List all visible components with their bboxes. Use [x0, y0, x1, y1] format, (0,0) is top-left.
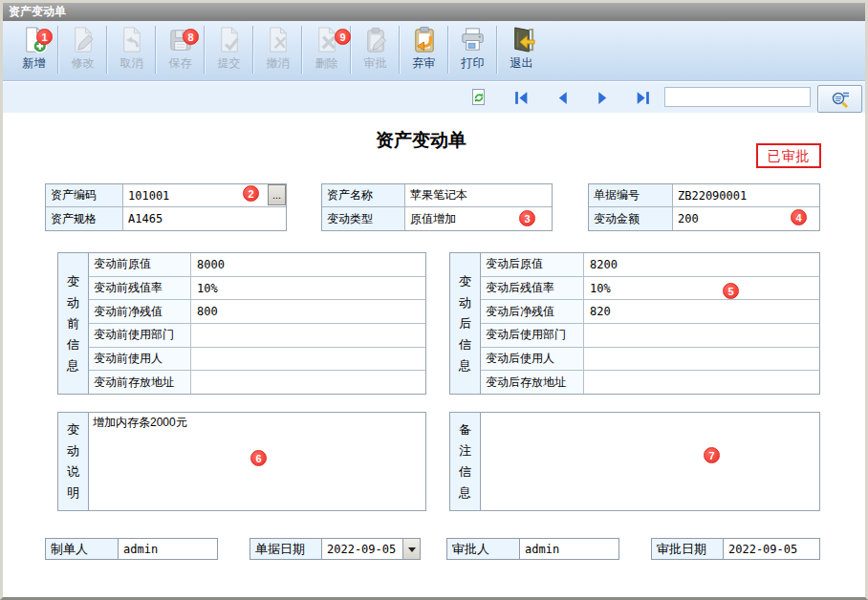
- toolbar-button-label: 提交: [218, 55, 241, 72]
- annotation-badge-2: 2: [243, 185, 259, 202]
- asset-name-field[interactable]: 苹果笔记本: [405, 184, 552, 206]
- toolbar-button-submit[interactable]: 提交: [206, 23, 252, 78]
- doc-no-field[interactable]: ZB22090001: [673, 184, 819, 206]
- record-search-input[interactable]: [665, 89, 817, 105]
- doc-date-value: 2022-09-05: [327, 543, 396, 556]
- before-location-field[interactable]: [191, 371, 425, 394]
- change-amount-label: 变动金额: [589, 207, 673, 230]
- asset-code-browse-button[interactable]: ...: [268, 184, 286, 205]
- toolbar-button-approve[interactable]: 审批: [352, 23, 399, 78]
- toolbar-button-label: 退出: [510, 55, 533, 72]
- table-row: 变动前残值率 10%: [89, 277, 425, 301]
- after-department-field[interactable]: [584, 324, 819, 347]
- toolbar-button-label: 打印: [462, 55, 485, 72]
- toolbar-button-edit[interactable]: 修改: [59, 23, 106, 78]
- before-user-field[interactable]: [191, 348, 425, 371]
- toolbar-button-label: 保存: [169, 55, 192, 72]
- doc-date-dropdown-button[interactable]: [402, 539, 420, 559]
- doc-date-field[interactable]: 2022-09-05: [321, 538, 421, 560]
- toolbar-button-cancel[interactable]: 取消: [108, 23, 155, 78]
- annotation-badge-5: 5: [723, 283, 739, 299]
- approve-date-label: 审批日期: [651, 538, 724, 560]
- before-original-value-field[interactable]: 8000: [191, 253, 425, 276]
- table-row: 变动后使用人: [481, 348, 819, 372]
- remarks-group-label: 备注信息: [450, 413, 481, 510]
- doc-no-group: 单据编号 ZB22090001 变动金额 200: [588, 183, 820, 231]
- asset-spec-value: A1465: [128, 212, 163, 225]
- annotation-badge-8: 8: [183, 29, 199, 45]
- search-button[interactable]: [817, 85, 862, 113]
- toolbar-button-print[interactable]: 打印: [449, 23, 496, 78]
- unapprove-icon: [409, 25, 439, 54]
- creator-label: 制单人: [45, 538, 119, 560]
- toolbar-button-label: 撤消: [267, 55, 290, 72]
- record-search-combobox[interactable]: [664, 87, 811, 107]
- after-change-panel: 变动后信息 变动后原值 8200 变动后残值率 10% 变动后净残值 820 变…: [449, 252, 820, 395]
- toolbar-button-label: 删除: [315, 55, 338, 72]
- toolbar-button-label: 取消: [120, 55, 143, 72]
- approve-icon: [360, 25, 390, 54]
- main-toolbar: 新增 修改 取消: [3, 21, 865, 81]
- asset-spec-label: 资产规格: [46, 207, 123, 230]
- annotation-badge-1: 1: [36, 29, 53, 45]
- table-row: 变动前原值 8000: [89, 253, 425, 277]
- annotation-badge-7: 7: [704, 447, 720, 463]
- previous-record-button[interactable]: [551, 86, 574, 109]
- approver-label: 审批人: [446, 538, 520, 560]
- window-titlebar[interactable]: 资产变动单: [3, 3, 865, 21]
- after-original-value-field[interactable]: 8200: [584, 253, 819, 276]
- table-row: 变动后残值率 10%: [481, 277, 819, 301]
- before-department-field[interactable]: [191, 324, 425, 347]
- first-record-button[interactable]: [510, 86, 532, 109]
- change-amount-value: 200: [678, 212, 699, 225]
- after-net-residual-field[interactable]: 820: [584, 300, 819, 323]
- asset-code-value: 101001: [128, 189, 169, 203]
- asset-name-group: 资产名称 苹果笔记本 变动类型 原值增加: [321, 183, 553, 231]
- first-record-icon: [513, 90, 530, 106]
- asset-code-label: 资产编码: [46, 184, 123, 206]
- doc-no-label: 单据编号: [589, 184, 673, 206]
- print-icon: [458, 25, 488, 54]
- doc-no-value: ZB22090001: [678, 189, 747, 203]
- toolbar-button-unapprove[interactable]: 弃审: [401, 23, 447, 78]
- refresh-icon: [469, 88, 488, 107]
- toolbar-button-label: 修改: [72, 55, 95, 72]
- before-net-residual-field[interactable]: 800: [191, 300, 425, 323]
- exit-icon: [507, 25, 536, 54]
- approve-date-field[interactable]: 2022-09-05: [723, 538, 820, 560]
- before-change-group-label: 变动前信息: [58, 253, 89, 394]
- table-row: 变动前使用部门: [89, 324, 425, 348]
- toolbar-button-revoke[interactable]: 撤消: [254, 23, 301, 78]
- last-record-button[interactable]: [631, 86, 654, 109]
- approver-field[interactable]: admin: [519, 538, 619, 560]
- change-desc-panel: 变动说明 增加内存条2000元: [57, 412, 426, 511]
- after-location-field[interactable]: [584, 371, 819, 394]
- last-record-icon: [635, 90, 651, 106]
- toolbar-button-exit[interactable]: 退出: [498, 23, 545, 78]
- refresh-button[interactable]: [467, 86, 490, 109]
- asset-change-window: 资产变动单 新增 修改 取消: [0, 0, 868, 600]
- change-desc-group-label: 变动说明: [58, 413, 89, 510]
- approved-stamp: 已审批: [756, 143, 821, 168]
- asset-spec-field[interactable]: A1465: [123, 207, 286, 230]
- table-row: 变动后存放地址: [481, 371, 819, 394]
- before-change-panel: 变动前信息 变动前原值 8000 变动前残值率 10% 变动前净残值 800 变…: [57, 252, 426, 395]
- after-user-field[interactable]: [584, 348, 819, 371]
- table-row: 变动前存放地址: [89, 371, 425, 394]
- table-row: 变动后使用部门: [481, 324, 819, 348]
- change-type-label: 变动类型: [322, 207, 405, 230]
- after-residual-rate-field[interactable]: 10%: [584, 277, 819, 300]
- next-record-button[interactable]: [591, 86, 614, 109]
- asset-code-field[interactable]: 101001 ...: [123, 184, 286, 206]
- asset-name-label: 资产名称: [322, 184, 405, 206]
- remarks-textarea[interactable]: [481, 413, 819, 510]
- toolbar-button-label: 新增: [23, 55, 46, 72]
- change-type-value: 原值增加: [410, 211, 456, 227]
- previous-record-icon: [554, 90, 571, 106]
- doc-date-label: 单据日期: [250, 538, 322, 560]
- creator-field[interactable]: admin: [118, 538, 218, 560]
- revoke-icon: [263, 25, 293, 54]
- table-row: 变动前使用人: [89, 348, 425, 372]
- before-residual-rate-field[interactable]: 10%: [191, 277, 425, 300]
- after-change-group-label: 变动后信息: [450, 253, 481, 394]
